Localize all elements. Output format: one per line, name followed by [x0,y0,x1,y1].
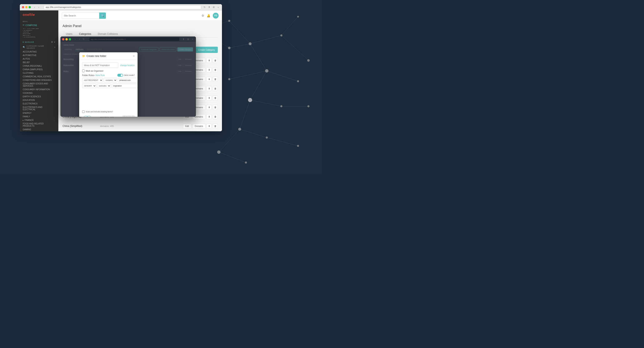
delete-icon[interactable]: 🗑 [213,124,218,128]
new-rule-link[interactable]: + New Rule [94,74,105,76]
sidebar-item-electronics[interactable]: ELECTRONICS [20,102,58,106]
win2-domains-btn[interactable]: Domains [184,57,193,61]
rule2-field-select[interactable]: SENDER [82,84,96,88]
sidebar-item-electronics-electrical[interactable]: ELECTRONICS AND ELECTRICAL [20,106,58,111]
sidebar-item-china-simplified[interactable]: CHINA (SIMPLIFIED) [20,68,58,71]
sidebar-item-conditions-diseases[interactable]: CONDITIONS AND DISEASES [20,78,58,82]
delete-icon[interactable]: 🗑 [213,105,218,110]
dialog-close-button[interactable]: × [133,54,135,58]
sidebar-item-consumer-goods[interactable]: CONSUMER GOODS AND SERVICES [20,82,58,88]
sidebar-item-china-regional[interactable]: CHINA (REGIONAL) [20,64,58,68]
mark-organized-checkbox[interactable] [82,70,84,72]
reload-icon[interactable]: ↻ [203,6,206,9]
share-icon-2[interactable]: ⬆ [182,38,185,41]
sidebar-item-all-my-stuff[interactable]: ALL MY STUFF [20,27,58,29]
finance-expand-icon[interactable]: … [54,119,56,121]
download-icon[interactable]: ⬇ [206,114,212,119]
domains-button[interactable]: Domains [192,124,205,128]
win2-edit-btn[interactable]: Edit [177,70,183,73]
strict-mode-toggle-control[interactable] [117,74,123,77]
download-icon[interactable]: ⬇ [206,86,212,91]
delete-icon[interactable]: 🗑 [213,67,218,72]
sidebar-item-earth-sciences[interactable]: EARTH SCIENCES [20,95,58,98]
win2-import-button[interactable]: Import from Excel [160,47,176,52]
sidebar-item-trash[interactable]: TRASH [20,34,58,36]
new-tab-icon-2[interactable]: + [191,38,194,41]
share-icon[interactable]: ⬆ [207,6,211,9]
more-icon-2[interactable]: ⊞ [186,38,190,41]
rule1-value-input[interactable] [118,78,138,82]
download-icon[interactable]: ⬇ [206,96,212,100]
delete-icon[interactable]: 🗑 [213,96,218,100]
win2-tab-attributes[interactable]: Attributes [75,48,84,51]
sidebar-item-belief[interactable]: BELIEF [20,61,58,64]
sidebar-item-cooking[interactable]: COOKING [20,91,58,95]
sidebar-item-consumer-info[interactable]: CONSUMER INFORMATION [20,88,58,91]
sidebar-item-commercial-real-estate[interactable]: COMMERCIAL REAL ESTATE [20,75,58,78]
rule1-field-select[interactable]: ANY RECIPIENT [82,78,103,82]
sidebar-item-education[interactable]: EDUCATION [20,98,58,102]
sidebar-item-unsorted[interactable]: UNSORTED [20,36,58,37]
edit-button[interactable]: Edit [183,124,191,128]
delete-icon[interactable]: 🗑 [213,58,218,63]
compose-button[interactable]: ✏ COMPOSE [20,23,58,27]
minimize-button-2[interactable] [66,38,68,40]
delete-icon[interactable]: 🗑 [213,77,218,82]
sidebar-item-unseen[interactable]: UNSEEN [20,29,58,31]
win2-domains-btn[interactable]: Domains [184,63,193,67]
sidebar-item-draft[interactable]: DRAFT [20,32,58,34]
forward-button[interactable]: › [37,6,40,9]
filter-icon[interactable]: ≡ [54,46,56,48]
rule1-condition-select[interactable]: contains [104,78,117,82]
download-icon[interactable]: ⬇ [206,105,212,110]
site-search-button[interactable]: 🔍 [99,12,106,19]
sidebar-item-clothing[interactable]: CLOTHING [20,71,58,75]
user-avatar[interactable]: FD [213,13,219,18]
site-search-input[interactable] [62,12,99,19]
win2-tab-matching[interactable]: Matching [63,48,73,51]
download-icon[interactable]: ⬇ [206,58,212,63]
new-tab-icon[interactable]: + [216,6,220,9]
win2-edit-btn[interactable]: Edit [177,63,183,67]
sidebar-item-autos[interactable]: AUTOS [20,57,58,61]
download-icon[interactable]: ⬇ [206,124,212,128]
reload-button-2[interactable]: ↻ [82,38,85,41]
rule2-condition-select[interactable]: excludes [97,84,111,88]
close-button[interactable] [22,6,24,8]
sidebar-item-sent[interactable]: SENT [20,31,58,32]
forward-button-2[interactable]: › [78,38,81,41]
maximize-button-2[interactable] [69,38,71,40]
delete-icon[interactable]: 🗑 [213,114,218,119]
folder-name-input[interactable] [82,62,118,68]
back-button[interactable]: ‹ [33,6,36,9]
delete-icon[interactable]: 🗑 [213,86,218,91]
win2-domains-btn[interactable]: Domains [184,70,193,73]
win2-tab-matching-test[interactable]: Matching (by test) [86,48,103,51]
sidebar-item-family[interactable]: FAMILY [20,115,58,118]
sidebar-item-finance[interactable]: ▸ FINANCE … [20,118,58,122]
settings-icon[interactable]: ⚙ [202,14,204,17]
url-bar[interactable]: app.1file.com/management/categories [44,5,201,10]
more-icon[interactable]: ⊞ [212,6,215,9]
url-bar-2[interactable]: app.1file.com/folder/5e4330c89821963c666… [90,38,179,41]
sidebar-item-gaming[interactable]: GAMING [20,128,58,131]
rule2-value-input[interactable] [112,84,138,88]
sidebar-item-energy[interactable]: ENERGY [20,111,58,115]
scan-existing-checkbox[interactable] [82,110,84,113]
back-button-2[interactable]: ‹ [74,38,77,41]
win2-edit-btn[interactable]: Edit [177,57,183,61]
minimize-button[interactable] [25,6,28,8]
manage-add-icon[interactable]: ⊕ [51,41,53,43]
notification-icon[interactable]: 🔔 [207,14,210,17]
sidebar-item-food[interactable]: FOOD AND RELATED PRODUCTS [20,122,58,128]
download-icon[interactable]: ⬇ [206,77,212,82]
win2-create-button[interactable]: Create Category [177,47,193,52]
close-button-2[interactable] [62,38,64,40]
sidebar-item-accounting[interactable]: ACCOUNTING [20,50,58,54]
win2-export-button[interactable]: Export all Categories [139,47,158,52]
change-location-link[interactable]: change location [120,62,135,68]
download-icon[interactable]: ⬇ [206,67,212,72]
maximize-button[interactable] [28,6,31,8]
manage-expand-icon[interactable]: ∨ [54,41,56,43]
create-category-button[interactable]: Create Category [195,47,218,53]
